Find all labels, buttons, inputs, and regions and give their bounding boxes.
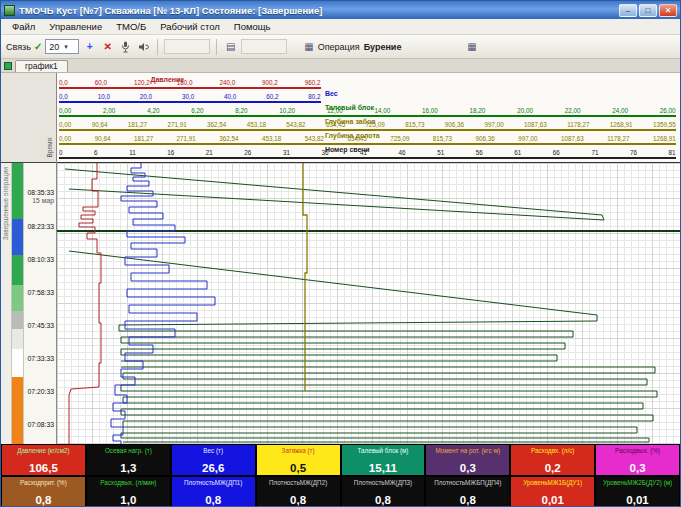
app-icon bbox=[4, 5, 15, 16]
parameter-panel[interactable]: Расходвых. (л/мин) 1,0 bbox=[86, 476, 171, 507]
weight-trace bbox=[111, 163, 215, 444]
axis-tick: 0,00 bbox=[59, 108, 71, 115]
time-column-header: Время bbox=[46, 138, 53, 158]
parameter-label: УровеньМЖ1Б(ДУ1) bbox=[523, 479, 582, 486]
minimize-button[interactable]: – bbox=[619, 4, 637, 17]
axis-tick: 181,27 bbox=[128, 122, 147, 129]
menu-item[interactable]: Файл bbox=[5, 20, 42, 33]
parameter-panel[interactable]: Осевая нагр. (т) 1,3 bbox=[86, 444, 171, 476]
menu-item[interactable]: Рабочий стол bbox=[153, 20, 227, 33]
axis-tick: 14,00 bbox=[374, 108, 390, 115]
axis-tick: 0,0 bbox=[59, 80, 68, 87]
sidebar-body: Завершенные операции 08:35:33 15 мар 08:… bbox=[1, 163, 56, 444]
menu-item[interactable]: Управление bbox=[42, 20, 109, 33]
scale-select-value: 20 bbox=[49, 42, 59, 52]
parameter-value: 0,8 bbox=[460, 494, 476, 506]
time-label: 07:08:33 bbox=[28, 421, 54, 429]
maximize-button[interactable]: □ bbox=[639, 4, 657, 17]
delete-button[interactable]: ✕ bbox=[100, 39, 115, 54]
parameter-panel[interactable]: ПлотностьМЖ(ДП2) 0,8 bbox=[256, 476, 341, 507]
axis-tick: 31 bbox=[283, 150, 290, 157]
operation-segment[interactable] bbox=[12, 311, 23, 329]
parameter-value: 106,5 bbox=[29, 462, 58, 474]
parameter-panel[interactable]: Расходвх. (л/с) 0,2 bbox=[510, 444, 595, 476]
operation-segment[interactable] bbox=[12, 377, 23, 444]
toolbar-placeholder-button[interactable] bbox=[164, 39, 210, 54]
operation-segment[interactable] bbox=[12, 163, 23, 219]
axis-tick: 180,0 bbox=[177, 80, 193, 87]
parameter-value: 0,3 bbox=[460, 462, 476, 474]
close-button[interactable]: ✕ bbox=[659, 4, 677, 17]
parameter-panel[interactable]: ПлотностьМЖ(ДП1) 0,8 bbox=[171, 476, 256, 507]
parameter-value: 0,8 bbox=[35, 494, 51, 506]
pressure-trace bbox=[69, 163, 101, 444]
operation-segment[interactable] bbox=[12, 255, 23, 285]
parameter-panel[interactable]: ПлотностьМЖ(ДП3) 0,8 bbox=[341, 476, 426, 507]
axis-tick: 71 bbox=[591, 150, 598, 157]
tab-grafik1[interactable]: график1 bbox=[15, 60, 68, 72]
toolbar-placeholder-button[interactable] bbox=[241, 39, 287, 54]
link-status-label: Связь bbox=[6, 42, 31, 52]
operation-segment[interactable] bbox=[12, 219, 23, 255]
time-label: 08:23:33 bbox=[28, 223, 54, 231]
axis-tick: 11 bbox=[129, 150, 136, 157]
parameter-panel[interactable]: Момент на рот. (кгс·м) 0,3 bbox=[425, 444, 510, 476]
scale-select[interactable]: 20 ▾ bbox=[45, 39, 79, 54]
add-button[interactable]: + bbox=[82, 39, 97, 54]
scale-ticks-weight: 0,010,020,030,040,060,280,2 bbox=[59, 94, 321, 104]
scale-label-weight: Вес bbox=[325, 90, 338, 97]
axis-tick: 725,09 bbox=[390, 136, 409, 143]
parameter-label: ПлотностьМЖБП(ДП4) bbox=[434, 479, 501, 486]
microphone-icon[interactable] bbox=[118, 39, 133, 54]
axis-tick: 362,54 bbox=[207, 122, 226, 129]
parameter-panel[interactable]: УровеньМЖ2Б(ДУ2) (м) 0,01 bbox=[595, 476, 680, 507]
axis-tick: 815,73 bbox=[405, 122, 424, 129]
scale-row-stand-number: Номер свечи 0611162126313641465156616671… bbox=[57, 146, 680, 160]
parameter-panel[interactable]: Давление (кг/см2) 106,5 bbox=[1, 444, 86, 476]
parameter-panel[interactable]: ПлотностьМЖБП(ДП4) 0,8 bbox=[425, 476, 510, 507]
parameter-value: 15,11 bbox=[369, 462, 397, 474]
axis-tick: 18,20 bbox=[470, 108, 486, 115]
operations-strip-label: Завершенные операции bbox=[2, 167, 9, 240]
axis-tick: 120,2 bbox=[134, 80, 150, 87]
layout-grid-icon[interactable]: ▦ bbox=[464, 39, 479, 54]
time-label: 08:35:33 15 мар bbox=[28, 189, 54, 204]
parameter-panel[interactable]: Расходприт. (%) 0,8 bbox=[1, 476, 86, 507]
parameter-panel[interactable]: Затяжка (т) 0,5 bbox=[256, 444, 341, 476]
chart-plot-area[interactable] bbox=[57, 163, 680, 444]
time-sidebar: Время Завершенные операции 08:35:33 15 м… bbox=[1, 73, 57, 444]
menu-item[interactable]: Помощь bbox=[227, 20, 278, 33]
title-bar[interactable]: ТМОЧЬ Куст [№7] Скважина [№ 13-КЛ] Состо… bbox=[1, 1, 680, 19]
speaker-icon[interactable] bbox=[136, 39, 151, 54]
axis-tick: 10,0 bbox=[98, 94, 110, 101]
operation-segment[interactable] bbox=[12, 285, 23, 311]
operation-segment[interactable] bbox=[12, 329, 23, 349]
axis-tick: 1087,63 bbox=[561, 136, 584, 143]
main-area: Время Завершенные операции 08:35:33 15 м… bbox=[1, 73, 680, 444]
scale-ticks-stand-number: 06111621263136414651566166717681 bbox=[59, 150, 676, 160]
axis-tick: 40,0 bbox=[224, 94, 236, 101]
operation-segment[interactable] bbox=[12, 349, 23, 377]
axis-tick: 51 bbox=[437, 150, 444, 157]
axis-tick: 56 bbox=[476, 150, 483, 157]
parameter-panel[interactable]: Расходвых. (%) 0,3 bbox=[595, 444, 680, 476]
list-view-icon[interactable]: ▤ bbox=[223, 39, 238, 54]
axis-tick: 240,0 bbox=[219, 80, 235, 87]
operation-value[interactable]: Бурение bbox=[364, 42, 402, 52]
axis-tick: 1178,27 bbox=[567, 122, 589, 129]
parameter-panel[interactable]: Вес (т) 26,6 bbox=[171, 444, 256, 476]
parameter-panel[interactable]: Талевый блок (м) 15,11 bbox=[341, 444, 426, 476]
application-window: ТМОЧЬ Куст [№7] Скважина [№ 13-КЛ] Состо… bbox=[0, 0, 681, 507]
axis-tick: 4,20 bbox=[147, 108, 159, 115]
axis-tick: 90,64 bbox=[92, 122, 108, 129]
menu-item[interactable]: ТМО/Б bbox=[109, 20, 153, 33]
parameter-panel[interactable]: УровеньМЖ1Б(ДУ1) 0,01 bbox=[510, 476, 595, 507]
scale-row-depth: Глубина забоя 0,0090,64181,27271,91362,5… bbox=[57, 118, 680, 132]
parameter-label: УровеньМЖ2Б(ДУ2) (м) bbox=[603, 479, 672, 486]
menu-bar: ФайлУправлениеТМО/БРабочий столПомощь bbox=[1, 19, 680, 35]
chevron-down-icon: ▾ bbox=[64, 43, 68, 51]
scale-row-block: Талевый блок 0,002,004,206,208,2010,2012… bbox=[57, 104, 680, 118]
scale-ticks-bit-depth: 0,0090,64181,27271,91362,54453,18543,826… bbox=[59, 136, 676, 146]
axis-tick: 1178,27 bbox=[607, 136, 629, 143]
parameter-value: 0,5 bbox=[290, 462, 306, 474]
